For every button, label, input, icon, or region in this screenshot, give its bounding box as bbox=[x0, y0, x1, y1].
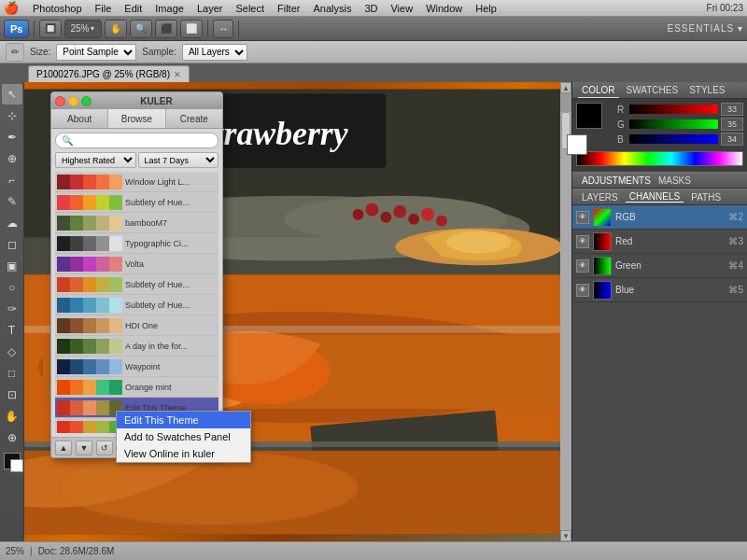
canvas-area[interactable]: Strawberry bbox=[24, 82, 571, 541]
menu-window[interactable]: Window bbox=[419, 3, 469, 14]
layer-visibility-toggle[interactable]: 👁 bbox=[576, 211, 589, 224]
layer-row[interactable]: 👁Red⌘3 bbox=[572, 230, 747, 254]
ctx-edit-theme[interactable]: Edit This Theme bbox=[117, 412, 250, 428]
kuler-sort-select[interactable]: Highest Rated bbox=[55, 152, 136, 168]
zoom-dropdown-icon[interactable]: ▾ bbox=[91, 24, 94, 33]
menu-3d[interactable]: 3D bbox=[358, 3, 384, 14]
r-value-input[interactable] bbox=[721, 103, 743, 116]
layer-visibility-toggle[interactable]: 👁 bbox=[576, 259, 589, 273]
tab-masks[interactable]: MASKS bbox=[655, 175, 695, 186]
layer-row[interactable]: 👁RGB⌘2 bbox=[572, 205, 747, 230]
layer-row[interactable]: 👁Blue⌘5 bbox=[572, 278, 747, 302]
size-select[interactable]: Point Sample bbox=[56, 44, 136, 61]
foreground-color[interactable] bbox=[4, 453, 21, 469]
layer-row[interactable]: 👁Green⌘4 bbox=[572, 254, 747, 278]
document-tab[interactable]: P1000276.JPG @ 25% (RGB/8) ✕ bbox=[28, 65, 190, 82]
kuler-list-item[interactable]: A day in the for... bbox=[55, 336, 218, 357]
kuler-maximize-btn[interactable] bbox=[81, 96, 92, 106]
kuler-search-input[interactable] bbox=[55, 133, 218, 148]
foreground-swatch[interactable] bbox=[576, 103, 602, 129]
menu-analysis[interactable]: Analysis bbox=[306, 3, 358, 14]
kuler-time-select[interactable]: Last 7 Days bbox=[138, 152, 219, 168]
kuler-list-item[interactable]: Subtlety of Hue... bbox=[55, 274, 218, 295]
menu-view[interactable]: View bbox=[384, 3, 419, 14]
tool-text[interactable]: T bbox=[2, 320, 22, 341]
tool-eraser[interactable]: ◻ bbox=[2, 234, 22, 255]
menu-photoshop[interactable]: Photoshop bbox=[26, 3, 89, 14]
kuler-tab-create[interactable]: Create bbox=[166, 109, 222, 128]
menu-filter[interactable]: Filter bbox=[271, 3, 306, 14]
tool-brush2[interactable]: ⌐ bbox=[2, 170, 22, 190]
tool-path[interactable]: ◇ bbox=[2, 342, 22, 362]
kuler-list-item[interactable]: Volta bbox=[55, 254, 218, 274]
kuler-tab-about[interactable]: About bbox=[51, 109, 108, 128]
spectrum-bar[interactable] bbox=[576, 151, 743, 166]
kuler-titlebar[interactable]: KULER bbox=[51, 92, 222, 109]
kuler-tab-browse[interactable]: Browse bbox=[108, 109, 165, 128]
ctx-add-swatches[interactable]: Add to Swatches Panel bbox=[117, 428, 250, 445]
kuler-list-item[interactable]: Waypoint bbox=[55, 357, 218, 377]
b-value-input[interactable] bbox=[721, 133, 743, 146]
menu-edit[interactable]: Edit bbox=[118, 3, 148, 14]
kuler-list-item[interactable]: Window Light L... bbox=[55, 172, 218, 192]
menu-image[interactable]: Image bbox=[148, 3, 190, 14]
tool-brush[interactable]: ⬛ bbox=[155, 20, 177, 38]
layer-visibility-toggle[interactable]: 👁 bbox=[576, 235, 589, 248]
tool-heal[interactable]: ⊕ bbox=[2, 148, 22, 169]
tab-color[interactable]: COLOR bbox=[578, 82, 619, 98]
tool-pen[interactable]: ✑ bbox=[2, 299, 22, 319]
tool-hand[interactable]: ✋ bbox=[105, 20, 127, 38]
tool-hand2[interactable]: ✋ bbox=[2, 406, 22, 427]
r-slider[interactable] bbox=[629, 105, 718, 114]
menu-help[interactable]: Help bbox=[469, 3, 503, 14]
ctx-view-online[interactable]: View Online in kuler bbox=[117, 445, 250, 462]
tool-history[interactable]: ☁ bbox=[2, 213, 22, 233]
tab-paths[interactable]: PATHS bbox=[687, 192, 725, 203]
background-swatch[interactable] bbox=[567, 134, 587, 155]
tool-move[interactable]: ↔ bbox=[213, 20, 233, 38]
menu-layer[interactable]: Layer bbox=[190, 3, 230, 14]
kuler-list-item[interactable]: Orange mint bbox=[55, 377, 218, 398]
scroll-up-btn[interactable]: ▲ bbox=[560, 82, 571, 93]
g-slider[interactable] bbox=[629, 119, 718, 129]
tool-crop[interactable]: ⊹ bbox=[2, 105, 22, 126]
kuler-list-item[interactable]: bambooM7 bbox=[55, 213, 218, 233]
menu-file[interactable]: File bbox=[89, 3, 119, 14]
tab-styles[interactable]: STYLES bbox=[685, 82, 728, 98]
kuler-list-item[interactable]: HDI One bbox=[55, 315, 218, 336]
tab-adjustments[interactable]: ADJUSTMENTS bbox=[578, 175, 655, 186]
eyedropper-tool[interactable]: ✏ bbox=[6, 43, 24, 62]
apple-menu[interactable]: 🍎 bbox=[4, 1, 19, 15]
tab-layers[interactable]: LAYERS bbox=[578, 192, 622, 203]
tool-shape[interactable]: □ bbox=[2, 363, 22, 384]
zoom-display[interactable]: 25% ▾ bbox=[64, 20, 102, 38]
g-value-input[interactable] bbox=[721, 118, 743, 131]
kuler-down-btn[interactable]: ▼ bbox=[76, 441, 92, 455]
toolbar-nav-btn[interactable]: 🔲 bbox=[39, 20, 62, 38]
tool-dodge[interactable]: ○ bbox=[2, 277, 22, 298]
sample-select[interactable]: All Layers bbox=[182, 44, 247, 61]
tool-zoom[interactable]: 🔍 bbox=[130, 20, 152, 38]
essentials-label[interactable]: ESSENTIALS ▾ bbox=[668, 23, 743, 34]
tool-clone[interactable]: ✎ bbox=[2, 191, 22, 212]
kuler-list-item[interactable]: Subtlety of Hue... bbox=[55, 192, 218, 213]
tool-selection[interactable]: ↖ bbox=[2, 84, 22, 105]
menu-select[interactable]: Select bbox=[229, 3, 271, 14]
scroll-down-btn[interactable]: ▼ bbox=[560, 530, 571, 541]
kuler-up-btn[interactable]: ▲ bbox=[55, 441, 72, 455]
toolbar-extras[interactable]: ⬜ bbox=[180, 20, 203, 38]
kuler-minimize-btn[interactable] bbox=[68, 96, 78, 106]
kuler-list-item[interactable]: Subtlety of Hue... bbox=[55, 295, 218, 315]
layer-visibility-toggle[interactable]: 👁 bbox=[576, 284, 589, 297]
b-slider[interactable] bbox=[629, 134, 718, 144]
kuler-close-btn[interactable] bbox=[55, 96, 65, 106]
tool-zoom2[interactable]: ⊕ bbox=[2, 427, 22, 448]
tool-eyedropper[interactable]: ✒ bbox=[2, 127, 22, 147]
kuler-refresh-btn[interactable]: ↺ bbox=[96, 441, 113, 455]
kuler-list-item[interactable]: Typographic Ci... bbox=[55, 233, 218, 254]
close-icon[interactable]: ✕ bbox=[174, 70, 181, 79]
tab-swatches[interactable]: SWATCHES bbox=[623, 82, 683, 98]
tool-3d[interactable]: ⊡ bbox=[2, 385, 22, 405]
tool-gradient[interactable]: ▣ bbox=[2, 256, 22, 276]
tab-channels[interactable]: CHANNELS bbox=[626, 191, 684, 203]
